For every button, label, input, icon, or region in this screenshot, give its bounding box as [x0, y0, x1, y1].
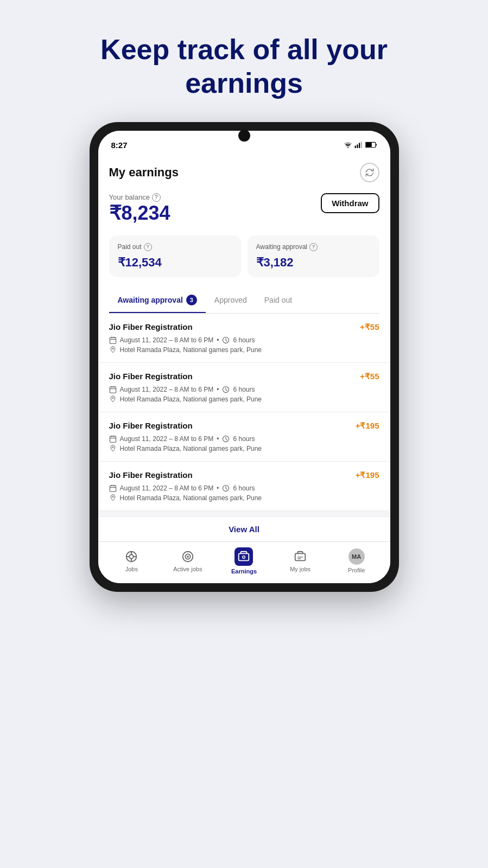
job-location: Hotel Ramada Plaza, National games park,…: [109, 346, 379, 354]
calendar-icon: [109, 435, 117, 443]
location-icon: [109, 445, 117, 452]
my-jobs-icon: [293, 550, 307, 564]
paid-out-card: Paid out ? ₹12,534: [109, 235, 241, 277]
paid-out-label: Paid out ?: [118, 243, 232, 251]
wifi-icon: [344, 142, 352, 148]
svg-point-24: [112, 446, 113, 448]
job-header: Jio Fiber Registration +₹195: [109, 421, 379, 431]
svg-point-0: [347, 147, 348, 148]
job-header: Jio Fiber Registration +₹55: [109, 372, 379, 381]
job-hours: 6 hours: [233, 336, 255, 344]
phone-screen: 8:27: [98, 131, 390, 583]
balance-help-icon[interactable]: ?: [152, 193, 161, 202]
tab-awaiting-approval[interactable]: Awaiting approval 3: [109, 288, 206, 313]
job-item[interactable]: Jio Fiber Registration +₹55 August 11, 2…: [98, 363, 390, 412]
job-date: August 11, 2022 – 8 AM to 6 PM: [120, 336, 214, 344]
job-name: Jio Fiber Registration: [109, 421, 193, 430]
phone-mockup: 8:27: [90, 122, 399, 592]
earnings-icon-bg: [235, 547, 253, 566]
job-hours: 6 hours: [233, 484, 255, 492]
nav-active-jobs[interactable]: Active jobs: [172, 550, 204, 572]
svg-rect-25: [110, 486, 116, 492]
job-name: Jio Fiber Registration: [109, 322, 193, 331]
tabs-row: Awaiting approval 3 Approved Paid out: [109, 288, 379, 314]
job-amount: +₹195: [356, 421, 379, 431]
job-hours: 6 hours: [233, 435, 255, 443]
job-location: Hotel Ramada Plaza, National games park,…: [109, 395, 379, 403]
location-icon: [109, 346, 117, 354]
tab-badge: 3: [186, 295, 197, 305]
bottom-nav: Jobs Active jobs: [98, 541, 390, 583]
job-hours: 6 hours: [233, 386, 255, 393]
balance-amount: ₹8,234: [109, 202, 170, 225]
svg-point-30: [112, 496, 113, 497]
nav-my-jobs[interactable]: My jobs: [284, 550, 316, 572]
clock-icon: [222, 484, 230, 492]
calendar-icon: [109, 484, 117, 492]
nav-jobs[interactable]: Jobs: [115, 550, 148, 572]
earnings-icon: [237, 550, 251, 564]
app-content: My earnings Your balance ?: [98, 154, 390, 314]
nav-profile-label: Profile: [348, 567, 365, 573]
job-meta: August 11, 2022 – 8 AM to 6 PM • 6 hours: [109, 484, 379, 492]
job-amount: +₹55: [360, 372, 379, 381]
active-jobs-icon: [181, 550, 195, 564]
svg-point-32: [130, 554, 134, 558]
hero-title: Keep track of all your earnings: [57, 0, 431, 122]
refresh-icon: [365, 168, 375, 177]
balance-label: Your balance ?: [109, 193, 170, 202]
job-item[interactable]: Jio Fiber Registration +₹55 August 11, 2…: [98, 314, 390, 363]
job-header: Jio Fiber Registration +₹55: [109, 322, 379, 332]
signal-icon: [354, 142, 363, 148]
svg-rect-19: [110, 436, 116, 442]
job-item[interactable]: Jio Fiber Registration +₹195 August 11, …: [98, 462, 390, 511]
job-amount: +₹55: [360, 322, 379, 332]
nav-profile[interactable]: MA Profile: [340, 548, 373, 573]
withdraw-button[interactable]: Withdraw: [321, 193, 379, 213]
status-icons: [344, 142, 377, 148]
calendar-icon: [109, 336, 117, 344]
camera-notch: [238, 130, 250, 142]
svg-rect-3: [359, 143, 360, 149]
svg-rect-4: [360, 142, 362, 148]
job-meta: August 11, 2022 – 8 AM to 6 PM • 6 hours: [109, 336, 379, 344]
job-list: Jio Fiber Registration +₹55 August 11, 2…: [98, 314, 390, 516]
paid-out-help-icon[interactable]: ?: [144, 243, 152, 251]
location-icon: [109, 395, 117, 403]
svg-point-18: [112, 397, 113, 399]
tab-approved[interactable]: Approved: [206, 288, 256, 313]
job-name: Jio Fiber Registration: [109, 372, 193, 381]
svg-point-41: [243, 556, 245, 558]
refresh-button[interactable]: [360, 163, 379, 182]
location-icon: [109, 494, 117, 502]
job-amount: +₹195: [356, 470, 379, 480]
view-all-row[interactable]: View All: [98, 516, 390, 541]
svg-rect-13: [110, 387, 116, 393]
nav-earnings[interactable]: Earnings: [227, 547, 260, 575]
jobs-icon: [124, 550, 138, 564]
page-title: My earnings: [109, 165, 179, 180]
job-item[interactable]: Jio Fiber Registration +₹195 August 11, …: [98, 412, 390, 462]
svg-rect-2: [357, 145, 358, 149]
paid-out-amount: ₹12,534: [118, 256, 232, 270]
clock-icon: [222, 386, 230, 393]
header-row: My earnings: [109, 163, 379, 182]
awaiting-label: Awaiting approval ?: [256, 243, 371, 251]
svg-rect-40: [239, 553, 249, 560]
job-location: Hotel Ramada Plaza, National games park,…: [109, 445, 379, 452]
balance-section: Your balance ? ₹8,234 Withdraw: [109, 193, 379, 233]
awaiting-approval-card: Awaiting approval ? ₹3,182: [248, 235, 379, 277]
nav-jobs-label: Jobs: [125, 566, 138, 572]
job-meta: August 11, 2022 – 8 AM to 6 PM • 6 hours: [109, 386, 379, 393]
clock-icon: [222, 336, 230, 344]
status-time: 8:27: [111, 141, 128, 150]
battery-icon: [365, 142, 377, 148]
balance-label-group: Your balance ? ₹8,234: [109, 193, 170, 233]
job-date: August 11, 2022 – 8 AM to 6 PM: [120, 484, 214, 492]
svg-point-12: [112, 348, 113, 349]
tab-paid-out[interactable]: Paid out: [256, 288, 301, 313]
job-date: August 11, 2022 – 8 AM to 6 PM: [120, 435, 214, 443]
awaiting-help-icon[interactable]: ?: [309, 243, 318, 251]
svg-rect-6: [365, 143, 371, 147]
nav-active-jobs-label: Active jobs: [173, 566, 202, 572]
